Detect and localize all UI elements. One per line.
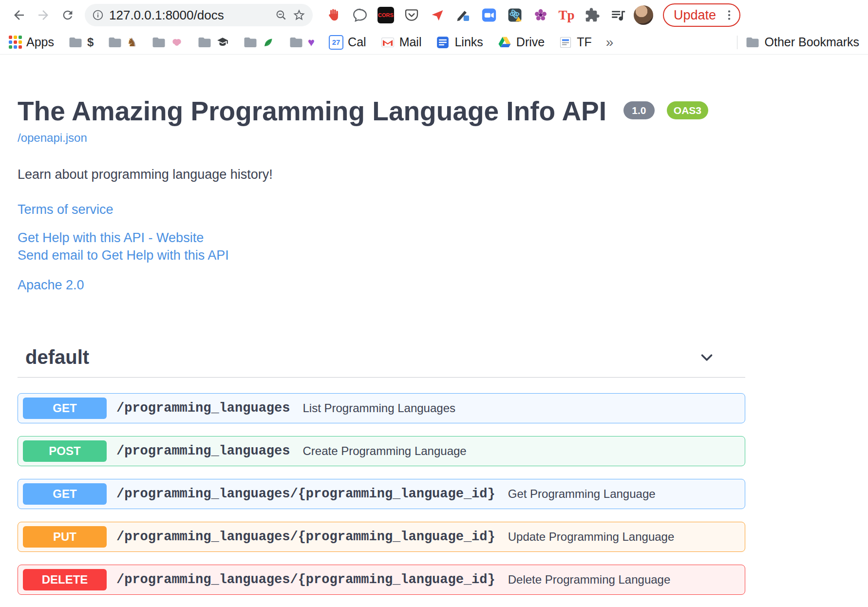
bookmark-calendar[interactable]: 27 Cal xyxy=(329,35,366,50)
purple-heart-icon: ♥ xyxy=(308,37,315,48)
kebab-menu-icon[interactable] xyxy=(723,9,736,21)
endpoint-row[interactable]: DELETE /programming_languages/{programmi… xyxy=(18,565,745,595)
page-title: The Amazing Programming Language Info AP… xyxy=(18,96,745,126)
back-arrow-icon xyxy=(12,8,26,22)
endpoint-list: GET /programming_languages List Programm… xyxy=(18,393,745,595)
bookmark-folder-brain[interactable] xyxy=(151,35,183,50)
bookmark-drive[interactable]: Drive xyxy=(497,35,545,50)
video-camera-icon xyxy=(481,7,497,23)
video-call-extension[interactable] xyxy=(479,5,499,25)
bookmark-folder-herb[interactable] xyxy=(243,35,275,50)
endpoint-path: /programming_languages/{programming_lang… xyxy=(116,572,495,587)
reload-icon xyxy=(61,8,75,22)
http-method-badge: DELETE xyxy=(23,569,107,590)
textexpander-icon: Tp xyxy=(558,8,574,23)
stop-hand-icon xyxy=(326,7,342,23)
back-button[interactable] xyxy=(8,4,30,26)
purple-flower-icon xyxy=(533,7,548,23)
endpoint-path: /programming_languages/{programming_lang… xyxy=(116,530,495,544)
folder-icon xyxy=(243,35,258,50)
extensions-area: CORS Tp xyxy=(324,5,628,25)
color-picker-icon xyxy=(455,7,471,23)
cors-extension[interactable]: CORS xyxy=(376,5,396,25)
profile-avatar[interactable] xyxy=(634,5,653,25)
bookmarks-overflow-chevron[interactable]: » xyxy=(606,35,614,50)
forward-button[interactable] xyxy=(32,4,55,26)
drive-icon xyxy=(497,35,512,50)
bookmark-folder-heart[interactable]: ♥ xyxy=(289,35,315,50)
endpoint-row[interactable]: GET /programming_languages List Programm… xyxy=(18,393,745,423)
apps-grid-icon xyxy=(9,36,22,49)
other-bookmarks[interactable]: Other Bookmarks xyxy=(745,35,859,50)
help-website-link[interactable]: Get Help with this API - Website xyxy=(18,229,745,247)
cors-icon: CORS xyxy=(377,7,394,23)
stop-hand-extension[interactable] xyxy=(324,5,344,25)
atom-extension[interactable] xyxy=(505,5,525,25)
bookmark-folder-dollar[interactable]: $ xyxy=(68,35,94,50)
zoom-out-icon[interactable] xyxy=(275,9,287,21)
page-info-icon[interactable] xyxy=(92,9,104,21)
bookmarks-bar: Apps $ ♞ ♥ 27 Cal Mail Links Drive xyxy=(0,30,868,55)
tf-favicon xyxy=(559,36,572,49)
api-info-links: Terms of service Get Help with this API … xyxy=(18,201,745,294)
url-text[interactable]: 127.0.0.1:8000/docs xyxy=(109,8,270,23)
bookmark-folder-graduation[interactable] xyxy=(197,35,229,50)
help-email-link[interactable]: Send email to Get Help with this API xyxy=(18,247,745,264)
endpoint-row[interactable]: GET /programming_languages/{programming_… xyxy=(18,479,745,509)
endpoint-summary: List Programming Languages xyxy=(302,401,455,415)
dollar-icon: $ xyxy=(87,37,94,48)
address-bar[interactable]: 127.0.0.1:8000/docs xyxy=(85,4,313,26)
bookmark-mail[interactable]: Mail xyxy=(380,35,422,50)
endpoint-path: /programming_languages xyxy=(116,401,290,416)
endpoint-row[interactable]: POST /programming_languages Create Progr… xyxy=(18,436,745,466)
atom-warning-icon xyxy=(507,7,523,23)
puzzle-extension[interactable] xyxy=(583,5,602,25)
section-collapse-button[interactable] xyxy=(698,348,716,367)
red-arrow-icon xyxy=(430,7,445,23)
http-method-badge: POST xyxy=(23,440,107,462)
api-title-text: The Amazing Programming Language Info AP… xyxy=(18,96,606,126)
puzzle-extension-icon xyxy=(585,7,600,23)
pocket-icon xyxy=(404,7,419,23)
other-bookmarks-label: Other Bookmarks xyxy=(764,35,859,49)
folder-icon xyxy=(197,35,212,50)
folder-icon xyxy=(289,35,303,50)
bookmarks-divider xyxy=(737,36,737,49)
update-button[interactable]: Update xyxy=(663,3,740,27)
endpoint-path: /programming_languages xyxy=(116,444,290,458)
bookmark-links[interactable]: Links xyxy=(435,35,483,50)
oas-badge: OAS3 xyxy=(667,101,708,119)
drive-label: Drive xyxy=(516,35,545,49)
color-picker-extension[interactable] xyxy=(453,5,473,25)
pocket-extension[interactable] xyxy=(402,5,421,25)
calendar-icon: 27 xyxy=(329,35,343,50)
folder-icon xyxy=(745,35,760,50)
music-queue-extension[interactable] xyxy=(608,5,628,25)
apps-shortcut[interactable]: Apps xyxy=(9,35,54,49)
brain-icon xyxy=(170,36,183,49)
browser-toolbar: 127.0.0.1:8000/docs CORS xyxy=(0,0,868,30)
section-title: default xyxy=(25,346,89,368)
endpoint-summary: Create Programming Language xyxy=(302,444,466,458)
textexpander-extension[interactable]: Tp xyxy=(557,5,576,25)
endpoint-row[interactable]: PUT /programming_languages/{programming_… xyxy=(18,522,745,552)
reload-button[interactable] xyxy=(57,4,79,26)
forward-arrow-icon xyxy=(36,8,51,22)
herb-icon xyxy=(262,36,275,49)
chevron-down-icon xyxy=(698,348,716,367)
music-queue-icon xyxy=(610,7,626,23)
section-header-default[interactable]: default xyxy=(18,341,745,378)
arrow-extension[interactable] xyxy=(428,5,447,25)
license-link[interactable]: Apache 2.0 xyxy=(18,276,745,294)
openapi-json-link[interactable]: /openapi.json xyxy=(18,131,87,145)
terms-of-service-link[interactable]: Terms of service xyxy=(18,201,745,218)
bookmark-folder-horse[interactable]: ♞ xyxy=(108,35,137,50)
links-icon xyxy=(435,35,450,50)
bookmark-star-icon[interactable] xyxy=(292,8,306,22)
bookmark-tf[interactable]: TF xyxy=(559,35,592,49)
graduation-cap-icon xyxy=(216,36,229,49)
chat-extension[interactable] xyxy=(350,5,370,25)
folder-icon xyxy=(68,35,83,50)
links-label: Links xyxy=(454,35,483,49)
flower-extension[interactable] xyxy=(531,5,550,25)
